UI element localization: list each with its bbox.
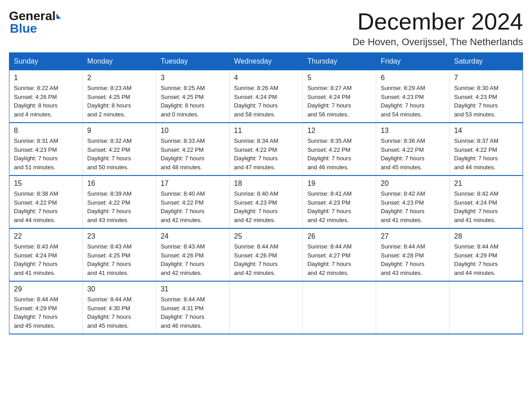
day-info: Sunrise: 8:32 AM Sunset: 4:22 PM Dayligh… <box>87 137 151 171</box>
calendar-body: 1 Sunrise: 8:22 AM Sunset: 4:26 PM Dayli… <box>9 70 523 334</box>
weekday-header-sunday: Sunday <box>9 53 83 70</box>
calendar-cell: 25 Sunrise: 8:44 AM Sunset: 4:26 PM Dayl… <box>229 228 303 281</box>
calendar-cell: 11 Sunrise: 8:34 AM Sunset: 4:22 PM Dayl… <box>229 123 303 176</box>
calendar-cell <box>229 281 303 334</box>
day-number: 9 <box>87 127 151 135</box>
calendar-cell: 29 Sunrise: 8:44 AM Sunset: 4:29 PM Dayl… <box>9 281 83 334</box>
logo-arrow-icon <box>56 13 61 19</box>
calendar-cell: 2 Sunrise: 8:23 AM Sunset: 4:25 PM Dayli… <box>82 70 156 123</box>
day-info: Sunrise: 8:43 AM Sunset: 4:26 PM Dayligh… <box>161 242 225 277</box>
weekday-header-monday: Monday <box>82 53 156 70</box>
calendar-cell: 26 Sunrise: 8:44 AM Sunset: 4:27 PM Dayl… <box>303 228 376 281</box>
calendar-header: SundayMondayTuesdayWednesdayThursdayFrid… <box>9 53 523 70</box>
day-number: 29 <box>14 285 78 293</box>
calendar-cell: 18 Sunrise: 8:40 AM Sunset: 4:23 PM Dayl… <box>229 176 303 228</box>
calendar-table: SundayMondayTuesdayWednesdayThursdayFrid… <box>9 52 523 334</box>
calendar-week-5: 29 Sunrise: 8:44 AM Sunset: 4:29 PM Dayl… <box>9 281 523 334</box>
day-number: 16 <box>87 180 151 188</box>
day-number: 12 <box>307 127 371 135</box>
day-number: 30 <box>87 285 151 293</box>
calendar-cell: 10 Sunrise: 8:33 AM Sunset: 4:22 PM Dayl… <box>156 123 229 176</box>
day-info: Sunrise: 8:38 AM Sunset: 4:22 PM Dayligh… <box>14 189 78 224</box>
calendar-cell: 22 Sunrise: 8:43 AM Sunset: 4:24 PM Dayl… <box>9 228 83 281</box>
day-number: 27 <box>381 232 445 240</box>
calendar-cell: 20 Sunrise: 8:42 AM Sunset: 4:23 PM Dayl… <box>376 176 450 228</box>
calendar-cell <box>376 281 450 334</box>
day-number: 6 <box>381 74 445 82</box>
calendar-cell: 23 Sunrise: 8:43 AM Sunset: 4:25 PM Dayl… <box>82 228 156 281</box>
day-number: 18 <box>234 180 298 188</box>
logo: General Blue <box>9 9 61 36</box>
day-number: 14 <box>454 127 518 135</box>
day-info: Sunrise: 8:34 AM Sunset: 4:22 PM Dayligh… <box>234 137 298 171</box>
month-title: December 2024 <box>352 9 523 34</box>
calendar-cell: 3 Sunrise: 8:25 AM Sunset: 4:25 PM Dayli… <box>156 70 229 123</box>
day-info: Sunrise: 8:29 AM Sunset: 4:23 PM Dayligh… <box>381 84 445 119</box>
page-header: General Blue December 2024 De Hoven, Ove… <box>9 9 523 48</box>
day-info: Sunrise: 8:25 AM Sunset: 4:25 PM Dayligh… <box>161 84 225 119</box>
day-info: Sunrise: 8:30 AM Sunset: 4:23 PM Dayligh… <box>454 84 518 119</box>
day-info: Sunrise: 8:40 AM Sunset: 4:23 PM Dayligh… <box>234 189 298 224</box>
day-info: Sunrise: 8:43 AM Sunset: 4:24 PM Dayligh… <box>14 242 78 277</box>
calendar-cell: 24 Sunrise: 8:43 AM Sunset: 4:26 PM Dayl… <box>156 228 229 281</box>
day-number: 10 <box>161 127 225 135</box>
calendar-cell: 17 Sunrise: 8:40 AM Sunset: 4:22 PM Dayl… <box>156 176 229 228</box>
day-info: Sunrise: 8:35 AM Sunset: 4:22 PM Dayligh… <box>307 137 371 171</box>
day-info: Sunrise: 8:43 AM Sunset: 4:25 PM Dayligh… <box>87 242 151 277</box>
logo-blue-word: Blue <box>10 21 61 36</box>
day-number: 11 <box>234 127 298 135</box>
day-info: Sunrise: 8:44 AM Sunset: 4:28 PM Dayligh… <box>381 242 445 277</box>
weekday-header-friday: Friday <box>376 53 450 70</box>
day-number: 23 <box>87 232 151 240</box>
day-number: 24 <box>161 232 225 240</box>
day-info: Sunrise: 8:44 AM Sunset: 4:27 PM Dayligh… <box>307 242 371 277</box>
calendar-cell <box>450 281 523 334</box>
day-info: Sunrise: 8:42 AM Sunset: 4:23 PM Dayligh… <box>381 189 445 224</box>
day-info: Sunrise: 8:41 AM Sunset: 4:23 PM Dayligh… <box>307 189 371 224</box>
day-number: 31 <box>161 285 225 293</box>
day-info: Sunrise: 8:40 AM Sunset: 4:22 PM Dayligh… <box>161 189 225 224</box>
calendar-cell <box>303 281 376 334</box>
day-info: Sunrise: 8:42 AM Sunset: 4:24 PM Dayligh… <box>454 189 518 224</box>
day-number: 28 <box>454 232 518 240</box>
day-number: 25 <box>234 232 298 240</box>
day-number: 13 <box>381 127 445 135</box>
calendar-cell: 13 Sunrise: 8:36 AM Sunset: 4:22 PM Dayl… <box>376 123 450 176</box>
calendar-cell: 31 Sunrise: 8:44 AM Sunset: 4:31 PM Dayl… <box>156 281 229 334</box>
day-info: Sunrise: 8:37 AM Sunset: 4:22 PM Dayligh… <box>454 137 518 171</box>
day-info: Sunrise: 8:22 AM Sunset: 4:26 PM Dayligh… <box>14 84 78 119</box>
day-number: 1 <box>14 74 78 82</box>
weekday-header-row: SundayMondayTuesdayWednesdayThursdayFrid… <box>9 53 523 70</box>
calendar-cell: 21 Sunrise: 8:42 AM Sunset: 4:24 PM Dayl… <box>450 176 523 228</box>
weekday-header-tuesday: Tuesday <box>156 53 229 70</box>
day-number: 8 <box>14 127 78 135</box>
day-number: 4 <box>234 74 298 82</box>
day-info: Sunrise: 8:39 AM Sunset: 4:22 PM Dayligh… <box>87 189 151 224</box>
day-info: Sunrise: 8:23 AM Sunset: 4:25 PM Dayligh… <box>87 84 151 119</box>
day-number: 2 <box>87 74 151 82</box>
day-info: Sunrise: 8:44 AM Sunset: 4:26 PM Dayligh… <box>234 242 298 277</box>
calendar-cell: 1 Sunrise: 8:22 AM Sunset: 4:26 PM Dayli… <box>9 70 83 123</box>
calendar-week-1: 1 Sunrise: 8:22 AM Sunset: 4:26 PM Dayli… <box>9 70 523 123</box>
day-number: 19 <box>307 180 371 188</box>
day-info: Sunrise: 8:26 AM Sunset: 4:24 PM Dayligh… <box>234 84 298 119</box>
day-number: 17 <box>161 180 225 188</box>
day-number: 15 <box>14 180 78 188</box>
calendar-cell: 14 Sunrise: 8:37 AM Sunset: 4:22 PM Dayl… <box>450 123 523 176</box>
day-number: 21 <box>454 180 518 188</box>
calendar-cell: 28 Sunrise: 8:44 AM Sunset: 4:29 PM Dayl… <box>450 228 523 281</box>
calendar-week-4: 22 Sunrise: 8:43 AM Sunset: 4:24 PM Dayl… <box>9 228 523 281</box>
day-info: Sunrise: 8:33 AM Sunset: 4:22 PM Dayligh… <box>161 137 225 171</box>
day-info: Sunrise: 8:44 AM Sunset: 4:29 PM Dayligh… <box>14 295 78 330</box>
calendar-cell: 19 Sunrise: 8:41 AM Sunset: 4:23 PM Dayl… <box>303 176 376 228</box>
calendar-cell: 30 Sunrise: 8:44 AM Sunset: 4:30 PM Dayl… <box>82 281 156 334</box>
day-number: 20 <box>381 180 445 188</box>
title-section: December 2024 De Hoven, Overijssel, The … <box>352 9 523 48</box>
day-info: Sunrise: 8:44 AM Sunset: 4:31 PM Dayligh… <box>161 295 225 330</box>
day-info: Sunrise: 8:44 AM Sunset: 4:30 PM Dayligh… <box>87 295 151 330</box>
calendar-cell: 12 Sunrise: 8:35 AM Sunset: 4:22 PM Dayl… <box>303 123 376 176</box>
calendar-cell: 15 Sunrise: 8:38 AM Sunset: 4:22 PM Dayl… <box>9 176 83 228</box>
calendar-cell: 5 Sunrise: 8:27 AM Sunset: 4:24 PM Dayli… <box>303 70 376 123</box>
day-info: Sunrise: 8:31 AM Sunset: 4:23 PM Dayligh… <box>14 137 78 171</box>
day-number: 26 <box>307 232 371 240</box>
